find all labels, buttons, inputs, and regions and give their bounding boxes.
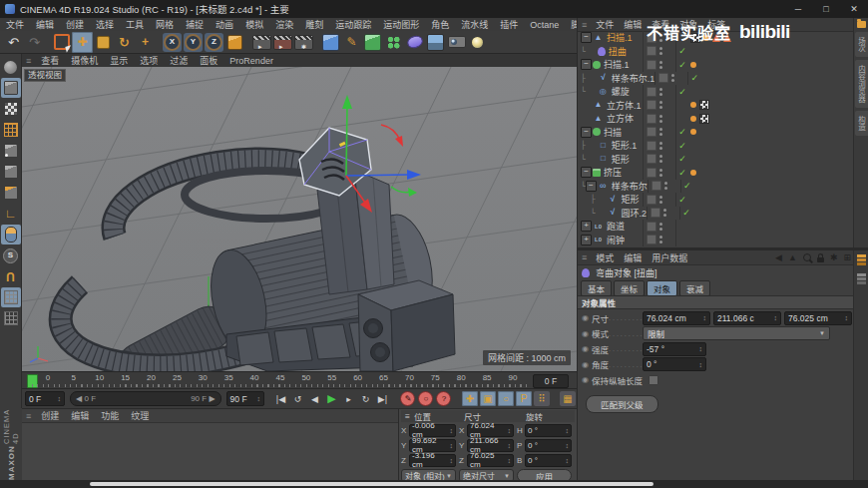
next-key-button[interactable]: ↻ [357,391,373,406]
om-menu-item[interactable]: 编辑 [619,18,647,31]
am-search-icon[interactable] [803,253,811,261]
object-manager-menu-icon[interactable]: ≡ [578,20,591,30]
visibility-dots[interactable] [663,209,666,212]
object-row[interactable]: └ √ 圆环.2 ✓ [578,207,855,221]
enable-checkmark-icon[interactable]: ✓ [676,195,688,205]
object-label[interactable]: 跑道 [607,220,625,233]
object-label[interactable]: 矩形.1 [612,139,638,152]
mode-dropdown[interactable]: 限制▼ [643,326,830,340]
expand-toggle-icon[interactable]: − [581,127,592,138]
spinner-icon[interactable]: ↕ [450,457,454,464]
fit-to-parent-button[interactable]: 匹配到父级 [586,395,658,413]
make-editable-button[interactable] [1,57,21,77]
menu-item[interactable]: 动画 [210,18,239,31]
transport-gap[interactable] [551,391,558,406]
record-scale-toggle[interactable]: ▣ [480,391,496,406]
transport-gap[interactable] [391,391,398,406]
coordinate-field[interactable]: 0 °↕ [525,439,572,452]
goto-end-button[interactable]: ▶| [374,391,390,406]
coordinate-system-button[interactable] [224,32,245,53]
goto-start-button[interactable]: |◀ [272,391,288,406]
object-row[interactable]: └ 扭曲 ✓ [578,45,855,59]
menu-item[interactable]: 流水线 [455,18,494,31]
object-row[interactable]: − 扫描.1 ✓ [578,58,855,72]
enable-checkmark-icon[interactable]: ✓ [676,127,688,137]
object-tag-icon[interactable] [690,129,696,135]
material-menu-item[interactable]: 功能 [95,409,125,422]
record-parameter-toggle[interactable]: P [516,391,532,406]
material-menu-item[interactable]: 纹理 [125,409,155,422]
menu-item[interactable]: 运动跟踪 [329,18,377,31]
viewport-menu-item[interactable]: 显示 [104,54,134,67]
object-manager-tree[interactable]: − ▲ 扫描.1 └ 扭曲 [578,31,855,247]
render-view-button[interactable] [251,32,272,53]
previous-key-button[interactable]: ↺ [289,391,305,406]
object-row[interactable]: − ▲ 扫描.1 [578,31,855,45]
mograph-button[interactable] [383,32,404,53]
viewport[interactable]: ≡ 查看 摄像机 显示 选项 过滤 面板 ProRender [22,54,577,371]
spinner-icon[interactable]: ↕ [256,395,260,402]
coordinates-menu-icon[interactable]: ≡ [401,411,414,421]
viewport-menu-item[interactable]: 选项 [134,54,164,67]
object-label[interactable]: 立方体 [607,112,634,125]
enable-checkmark-icon[interactable]: ✓ [680,208,692,218]
visibility-dots[interactable] [659,155,662,158]
pen-spline-button[interactable]: ✎ [341,32,362,53]
menu-item[interactable]: 编辑 [30,18,60,31]
layers-icon[interactable] [857,254,866,257]
viewport-3d-scene[interactable] [22,67,577,371]
enable-snap-button[interactable]: S [1,245,21,265]
object-label[interactable]: 立方体.1 [607,99,642,112]
menu-item[interactable]: Octane [524,20,565,30]
object-label[interactable]: 挤压 [604,166,622,179]
layer-toggle[interactable] [647,100,656,110]
keyframe-preset-button[interactable]: ▦ [560,391,576,406]
coordinate-field[interactable]: 0 °↕ [525,454,572,467]
coordinate-field[interactable]: -0.006 cm↕ [409,424,456,437]
object-tag-icon[interactable] [690,116,696,122]
layer-toggle[interactable] [647,60,656,70]
visibility-dots[interactable] [659,196,662,199]
attributes-panel-icon[interactable] [857,273,866,276]
am-settings-icon[interactable]: ✱ [830,252,838,262]
layer-toggle[interactable] [647,46,656,56]
object-row[interactable]: ├ √ 样条布尔.1 ✓ [578,72,855,86]
layer-toggle[interactable] [647,154,656,164]
menu-item[interactable]: 创建 [60,18,90,31]
enable-checkmark-icon[interactable]: ✓ [681,181,693,191]
spinner-icon[interactable]: ↕ [58,395,62,402]
material-menu-icon[interactable]: ≡ [22,411,35,421]
move-tool[interactable]: ✚ [72,32,93,53]
visibility-dots[interactable] [659,128,662,131]
am-menu-item[interactable]: 模式 [591,251,619,264]
tab-structure[interactable]: 构造 [855,111,868,136]
enable-checkmark-icon[interactable]: ✓ [688,73,700,83]
expand-toggle-icon[interactable]: + [581,221,592,232]
environment-button[interactable] [425,32,446,53]
object-row[interactable]: ▲ 立方体 [578,112,855,126]
strength-field[interactable]: -57 °↕ [643,342,706,356]
object-label[interactable]: 闹钟 [607,234,625,246]
menu-item[interactable]: 运动图形 [377,18,425,31]
material-manager[interactable]: ≡ 创建 编辑 功能 纹理 [22,408,399,480]
om-menu-item[interactable]: 标签 [702,18,730,31]
light-button[interactable] [467,32,488,53]
visibility-dots[interactable] [659,34,662,37]
coordinate-field[interactable]: 0 °↕ [525,424,572,437]
viewport-menu-icon[interactable]: ≡ [22,56,35,66]
expand-toggle-icon[interactable]: − [581,32,592,43]
point-mode-button[interactable] [1,141,21,161]
z-axis-lock-button[interactable]: Z [205,33,223,52]
object-label[interactable]: 扫描.1 [607,31,633,44]
object-label[interactable]: 扭曲 [609,45,627,58]
record-keyframe-button[interactable]: ✎ [400,391,415,406]
om-menu-item[interactable]: 文件 [591,18,619,31]
object-row[interactable]: + L0 跑道 [578,220,855,234]
render-picture-viewer-button[interactable] [272,32,293,53]
enable-checkmark-icon[interactable]: ✓ [676,154,688,164]
viewport-menu-item[interactable]: 摄像机 [65,54,104,67]
object-label[interactable]: 扫描 [604,126,622,139]
visibility-dots[interactable] [659,101,662,104]
visibility-dots[interactable] [659,88,662,91]
viewport-menu-item[interactable]: ProRender [223,56,279,66]
